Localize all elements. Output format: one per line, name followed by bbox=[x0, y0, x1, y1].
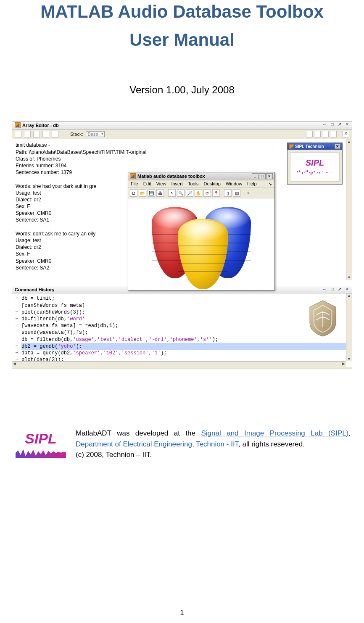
wave-icon bbox=[16, 447, 66, 458]
menu-tools[interactable]: Tools bbox=[188, 181, 199, 187]
figure-title: Matlab audio database toolbox bbox=[137, 174, 205, 179]
sipl-logo-text: SIPL bbox=[306, 158, 324, 168]
command-history-body: db = timit;[canSheWords fs meta]plot(can… bbox=[12, 293, 352, 367]
sipl-window: SIPL Technion ✕ SIPL bbox=[287, 143, 343, 185]
zoom-in-icon[interactable]: 🔍 bbox=[177, 189, 185, 197]
link-dept[interactable]: Department of Electrical Engineering bbox=[76, 440, 192, 448]
drum-yellow-icon bbox=[178, 219, 228, 289]
title-line-1: MATLAB Audio Database Toolbox bbox=[40, 2, 324, 21]
matlab-icon bbox=[130, 173, 136, 179]
figure-menubar: FileEditViewInsertToolsDesktopWindowHelp… bbox=[128, 180, 274, 188]
colorbar-icon[interactable]: ▯ bbox=[224, 189, 232, 197]
figure-window: Matlab audio database toolbox _ □ × File… bbox=[128, 172, 275, 290]
array-editor-titlebar: Array Editor - db ↔ □ ↗ × bbox=[12, 121, 352, 129]
paste-icon[interactable] bbox=[42, 131, 49, 137]
menu-edit[interactable]: Edit bbox=[143, 181, 151, 187]
history-line[interactable]: db = filterdb(db,'usage','test','dialect… bbox=[21, 336, 348, 343]
copy-icon[interactable] bbox=[33, 131, 40, 137]
history-line[interactable]: db2 = gendb('yoho'); bbox=[21, 343, 348, 350]
history-line[interactable]: data = query(db2,'speaker','102','sessio… bbox=[21, 350, 348, 356]
menu-insert[interactable]: Insert bbox=[171, 181, 183, 187]
toolbar-icon[interactable] bbox=[15, 131, 21, 137]
page-number: 1 bbox=[0, 609, 364, 617]
array-editor-toolbar: Stack: Base × bbox=[12, 129, 352, 139]
footer-block: SIPL MatlabADT was developed at the Sign… bbox=[12, 428, 352, 460]
footer-prefix: MatlabADT was developed at the bbox=[76, 429, 201, 437]
history-line[interactable]: db=filterdb(db,'word' bbox=[21, 316, 348, 322]
menu-desktop[interactable]: Desktop bbox=[204, 181, 221, 187]
zoom-out-icon[interactable]: 🔎 bbox=[186, 189, 193, 197]
pan-icon[interactable]: ✋ bbox=[195, 189, 202, 197]
legend-icon[interactable]: ▤ bbox=[233, 189, 240, 197]
doc-title: MATLAB Audio Database Toolbox User Manua… bbox=[12, 0, 352, 54]
window-controls-icon[interactable]: ↔ □ ↗ × bbox=[322, 122, 350, 127]
figure-titlebar: Matlab audio database toolbox _ □ × bbox=[128, 172, 274, 180]
figure-toolbar: 🗋 📂 💾 🖶 ↖ 🔍 🔎 ✋ ⟳ 📍 ▯ ▤ » bbox=[128, 188, 274, 198]
window-controls-icon[interactable]: ↔ □ ↗ × bbox=[322, 287, 350, 291]
technion-logo-icon bbox=[306, 299, 339, 338]
footer-text: MatlabADT was developed at the Signal an… bbox=[76, 428, 351, 460]
vertical-scrollbar[interactable] bbox=[346, 293, 352, 361]
matlab-icon bbox=[289, 144, 294, 149]
command-history-title: Command History bbox=[15, 287, 55, 292]
rotate-icon[interactable]: ⟳ bbox=[203, 189, 211, 197]
history-line[interactable]: sound(wavedata(7),fs); bbox=[21, 329, 348, 336]
print-icon[interactable]: 🖶 bbox=[156, 189, 164, 197]
history-line[interactable]: [wavedata fs meta] = read(db,1); bbox=[21, 322, 348, 329]
sipl-window-title: SIPL Technion bbox=[295, 144, 324, 149]
footer-suffix: , all rights resevered. bbox=[238, 440, 305, 448]
sipl-logo-text: SIPL bbox=[25, 430, 57, 447]
grid3-icon[interactable] bbox=[322, 131, 329, 137]
more-icon[interactable]: » bbox=[245, 189, 252, 197]
screenshot: Array Editor - db ↔ □ ↗ × Stack: Base × … bbox=[12, 121, 352, 369]
title-line-2: User Manual bbox=[129, 30, 235, 50]
maximize-icon[interactable]: □ bbox=[259, 173, 266, 179]
datacursor-icon[interactable]: 📍 bbox=[212, 189, 220, 197]
undock-icon[interactable]: ↘ bbox=[268, 181, 272, 187]
link-technion[interactable]: Technion - IIT bbox=[196, 440, 238, 448]
save-icon[interactable]: 💾 bbox=[148, 189, 155, 197]
close-icon[interactable]: ✕ bbox=[335, 144, 340, 149]
close-icon[interactable]: × bbox=[266, 173, 273, 179]
print-icon[interactable] bbox=[52, 131, 58, 137]
minimize-icon[interactable]: _ bbox=[252, 173, 258, 179]
wave-icon bbox=[295, 169, 335, 176]
grid4-icon[interactable] bbox=[330, 131, 337, 137]
vertical-scrollbar[interactable] bbox=[346, 139, 352, 280]
matlab-icon bbox=[15, 122, 21, 128]
stack-select[interactable]: Base bbox=[86, 131, 105, 137]
sipl-window-titlebar: SIPL Technion ✕ bbox=[288, 143, 342, 150]
new-icon[interactable]: 🗋 bbox=[130, 189, 137, 197]
horizontal-scrollbar[interactable] bbox=[12, 361, 346, 367]
grid2-icon[interactable] bbox=[314, 131, 321, 137]
stack-label: Stack: bbox=[70, 132, 83, 137]
sipl-window-body: SIPL bbox=[290, 152, 340, 182]
close-panel-icon[interactable]: × bbox=[343, 131, 349, 137]
history-line[interactable]: db = timit; bbox=[21, 295, 348, 302]
history-line[interactable]: [canSheWords fs meta] bbox=[21, 302, 348, 309]
link-sipl[interactable]: Signal and Image Processing Lab (SIPL) bbox=[201, 429, 348, 437]
menu-window[interactable]: Window bbox=[226, 181, 242, 187]
open-icon[interactable]: 📂 bbox=[139, 189, 146, 197]
footer-copyright: (c) 2008, Technion – IIT. bbox=[76, 451, 152, 459]
menu-help[interactable]: Help bbox=[247, 181, 257, 187]
menu-view[interactable]: View bbox=[156, 181, 166, 187]
grid1-icon[interactable] bbox=[306, 131, 313, 137]
sipl-logo: SIPL bbox=[13, 428, 68, 460]
array-editor-title: Array Editor - db bbox=[22, 123, 59, 128]
cut-icon[interactable] bbox=[24, 131, 31, 137]
menu-file[interactable]: File bbox=[131, 181, 138, 187]
history-line[interactable]: plot(canSheWords(3)); bbox=[21, 309, 348, 316]
pointer-icon[interactable]: ↖ bbox=[168, 189, 176, 197]
version-label: Version 1.00, July 2008 bbox=[12, 84, 352, 96]
figure-canvas bbox=[128, 198, 274, 290]
